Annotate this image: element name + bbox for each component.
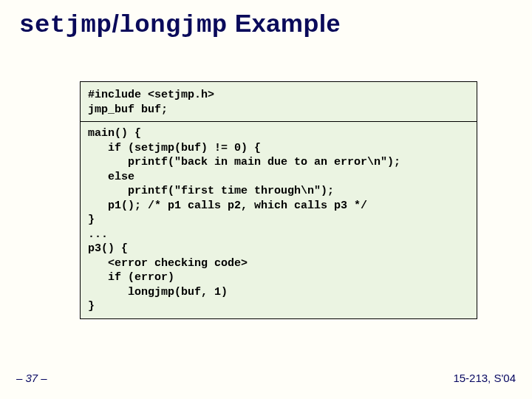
slide-number: – 37 – xyxy=(16,372,47,384)
title-slash: / xyxy=(112,9,119,37)
course-label: 15-213, S'04 xyxy=(453,372,516,384)
code-header: #include <setjmp.h> jmp_buf buf; xyxy=(88,88,469,117)
slide: setjmp/longjmp Example #include <setjmp.… xyxy=(0,0,532,399)
title-rest: Example xyxy=(228,9,341,37)
title-mono-longjmp: longjmp xyxy=(119,11,227,39)
code-divider xyxy=(81,121,477,122)
slide-title: setjmp/longjmp Example xyxy=(19,9,341,39)
code-body: main() { if (setjmp(buf) != 0) { printf(… xyxy=(88,126,469,314)
title-mono-setjmp: setjmp xyxy=(19,11,112,39)
code-box: #include <setjmp.h> jmp_buf buf; main() … xyxy=(80,81,477,319)
